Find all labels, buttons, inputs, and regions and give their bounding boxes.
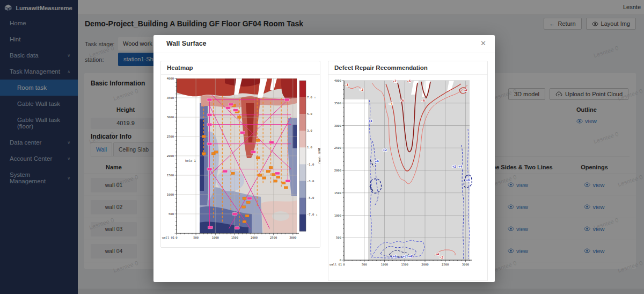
colorbar-segment [299,97,306,114]
colorbar-tick-label: 7.0 ↑ [307,96,316,99]
orange-measure-chip [214,151,218,154]
orange-measure-chip [284,187,288,189]
colorbar-segment [299,114,306,131]
orange-measure-chip [243,197,246,200]
x-tick-label: 3000 [462,263,469,266]
contour-label: +6 [393,254,397,258]
y-tick-label: 1500 [167,174,174,177]
hole-label: hole 1 [185,159,196,162]
x-tick-label: 3000 [289,236,296,239]
pink-measure-chip [275,172,280,175]
close-icon[interactable]: ✕ [480,39,486,47]
wall-surface-modal: Wall Surface ✕ Heatmap [153,35,495,282]
y-tick-label: 3500 [167,96,174,99]
pink-measure-chip [269,141,274,144]
y-tick-label: 3000 [167,116,174,119]
pink-measure-chip [207,123,212,126]
pink-measure-chip [207,168,212,170]
y-tick-label: 2500 [334,146,341,149]
x-tick-label: 500 [193,236,199,239]
contour-label: +6 [466,178,470,182]
colorbar-segment [299,147,306,164]
x-tick-label: 1500 [401,263,408,266]
y-tick-label: 1000 [334,214,341,217]
colorbar-tick-label: 5.0 [307,112,312,116]
contour-label: -3 [345,83,349,87]
wall-label: wall 01 [162,236,174,239]
pink-measure-chip [223,170,228,173]
contour-label: +2 [383,148,387,152]
colorbar-segment [299,198,306,215]
colorbar-tick-label: -1.0 [307,163,314,166]
colorbar-tick-label: 1.0 [307,146,312,149]
x-tick-label: 0 [175,236,177,239]
pink-measure-chip [251,150,256,153]
contour-label: -6 [421,98,426,102]
orange-measure-chip [242,206,246,209]
contour-label: +4 [458,164,463,168]
orange-measure-chip [269,166,273,169]
pink-measure-chip [247,197,252,200]
pink-measure-chip [207,113,212,116]
heatmap-chart: 7.0 ↑5.03.01.0-1.0-3.0-5.0-7.0 ↓偏差 (mm)0… [162,75,319,245]
colorbar-tick-label: -5.0 [307,196,314,199]
orange-measure-chip [272,173,275,176]
contour-label: +6 [375,159,379,163]
pink-measure-chip [235,226,239,229]
orange-measure-chip [202,152,206,155]
defect-chart: -3-2-2-6-4-6-6-4+4+2+6+2+4+6+6+2+4-4-205… [329,75,487,278]
orange-measure-chip [262,177,266,180]
pink-measure-chip [229,103,233,106]
pink-measure-chip [207,142,212,145]
colorbar-segment [299,214,306,232]
x-tick-label: 0 [343,263,345,266]
pink-measure-chip [286,180,290,182]
orange-measure-chip [266,170,270,173]
pink-measure-chip [208,226,213,229]
y-tick-label: 4000 [334,79,341,82]
defect-svg: -3-2-2-6-4-6-6-4+4+2+6+2+4+6+6+2+4-4-205… [329,75,488,278]
defect-panel-title: Defect Repair Recommendation [328,61,487,75]
orange-measure-chip [258,174,262,177]
orange-measure-chip [274,180,277,183]
contour-label: +4 [408,254,412,258]
colorbar-tick-label: -7.0 ↓ [307,213,318,216]
orange-measure-chip [256,139,260,142]
orange-measure-chip [282,182,286,184]
heatmap-svg: 7.0 ↑5.03.01.0-1.0-3.0-5.0-7.0 ↓偏差 (mm)0… [162,75,320,245]
orange-measure-chip [246,201,250,204]
contour-label: +2 [452,164,457,168]
x-tick-label: 1000 [212,236,219,239]
heatmap-panel-title: Heatmap [161,61,320,75]
pink-measure-chip [226,106,231,109]
contour-label: -4 [463,88,467,92]
defect-panel: Defect Repair Recommendation [328,61,488,281]
y-tick-label: 2000 [167,154,174,157]
x-tick-label: 1500 [231,236,238,239]
y-tick-label: 500 [336,236,341,239]
orange-measure-chip [238,116,241,119]
y-tick-label: 3500 [334,102,341,105]
modal-title: Wall Surface [166,40,207,47]
x-tick-label: 2000 [251,236,258,239]
orange-measure-chip [243,220,246,223]
contour-label: -2 [393,79,397,83]
y-tick-label: 2500 [167,135,174,138]
colorbar-segment [299,181,306,198]
contour-label: -2 [440,255,444,259]
colorbar-tick-label: 3.0 [307,129,312,132]
orange-measure-chip [245,214,249,217]
y-tick-label: 500 [169,212,174,216]
contour-label: +4 [368,119,372,123]
contour-label: -4 [435,252,440,256]
contour-label: -6 [407,79,411,83]
x-tick-label: 1000 [381,263,388,266]
orange-measure-chip [256,156,260,159]
orange-measure-chip [202,135,206,138]
x-tick-label: 500 [362,263,367,266]
y-tick-label: 1000 [167,193,174,196]
contour-label: -6 [400,98,404,102]
pink-measure-chip [284,98,289,101]
contour-label: -4 [389,102,393,105]
y-tick-label: 0 [340,259,341,262]
